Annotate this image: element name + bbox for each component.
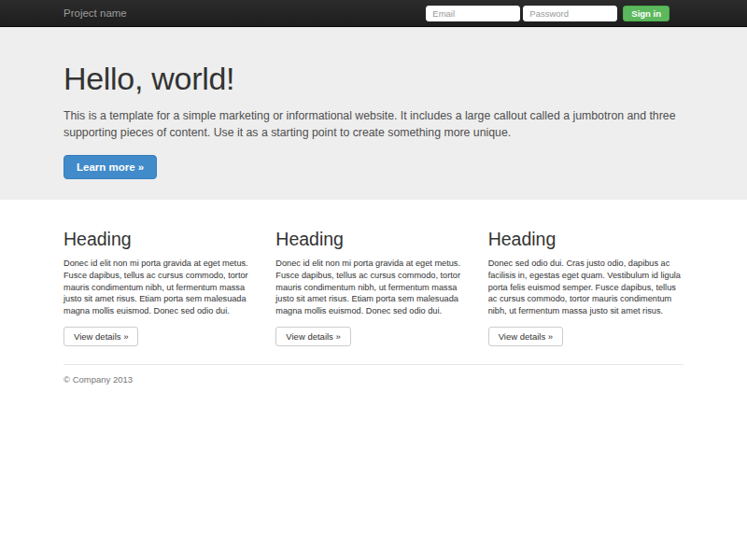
- navbar-brand[interactable]: Project name: [63, 0, 127, 27]
- copyright-text: © Company 2013: [63, 374, 684, 385]
- learn-more-button[interactable]: Learn more »: [63, 155, 157, 179]
- view-details-button-3[interactable]: View details »: [488, 327, 563, 346]
- jumbotron-title: Hello, world!: [63, 63, 684, 96]
- jumbotron: Hello, world! This is a template for a s…: [0, 27, 747, 200]
- marketing-column-1: Heading Donec id elit non mi porta gravi…: [63, 219, 259, 346]
- jumbotron-description: This is a template for a simple marketin…: [63, 108, 684, 142]
- column-heading: Heading: [488, 229, 684, 250]
- signin-form: Sign in: [426, 6, 669, 21]
- column-text: Donec sed odio dui. Cras justo odio, dap…: [488, 258, 684, 316]
- marketing-column-3: Heading Donec sed odio dui. Cras justo o…: [488, 219, 684, 346]
- view-details-button-2[interactable]: View details »: [275, 327, 350, 346]
- marketing-column-2: Heading Donec id elit non mi porta gravi…: [275, 219, 471, 346]
- view-details-button-1[interactable]: View details »: [63, 327, 138, 346]
- sign-in-button[interactable]: Sign in: [623, 6, 669, 21]
- footer-divider: [63, 364, 684, 365]
- column-heading: Heading: [63, 229, 259, 250]
- page-footer: © Company 2013: [63, 364, 684, 385]
- navbar: Project name Sign in: [0, 0, 747, 27]
- column-text: Donec id elit non mi porta gravida at eg…: [63, 258, 259, 316]
- column-heading: Heading: [275, 229, 471, 250]
- email-input[interactable]: [426, 6, 520, 21]
- marketing-row: Heading Donec id elit non mi porta gravi…: [63, 200, 684, 346]
- jumbotron-container: Hello, world! This is a template for a s…: [63, 63, 684, 179]
- main-content: Heading Donec id elit non mi porta gravi…: [63, 200, 684, 385]
- navbar-container: Project name Sign in: [63, 0, 684, 27]
- column-text: Donec id elit non mi porta gravida at eg…: [275, 258, 471, 316]
- password-input[interactable]: [523, 6, 617, 21]
